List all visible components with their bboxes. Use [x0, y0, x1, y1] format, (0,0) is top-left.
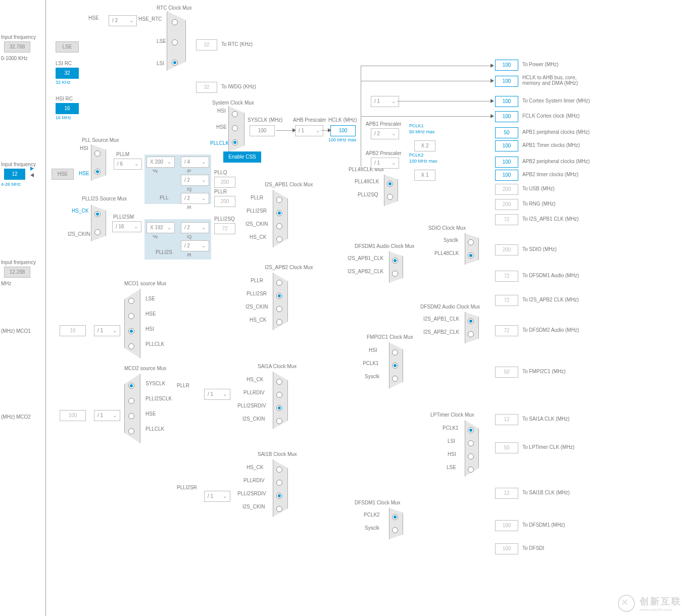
sdio-r0[interactable] [468, 239, 474, 245]
plln[interactable]: X 200 [146, 157, 175, 168]
lptimer-r3[interactable] [468, 467, 474, 473]
hclkb-val[interactable]: 100 [495, 76, 518, 87]
sai1b-r3[interactable] [276, 506, 282, 512]
apb1t-val[interactable]: 100 [495, 140, 518, 151]
dfsdm1a-r0[interactable] [392, 258, 398, 264]
sys-radio-hse[interactable] [232, 125, 238, 131]
hclk-val[interactable]: 100 [330, 125, 356, 136]
i2sapb2-r0[interactable] [276, 280, 282, 286]
sai1a-r3[interactable] [276, 418, 282, 424]
plli2sm-label: PLLI2SM [113, 214, 134, 220]
plli2sm-sel[interactable]: / 16 [112, 221, 141, 232]
apb2p-val[interactable]: 100 [495, 157, 518, 168]
cortex-div[interactable]: / 1 [371, 96, 399, 107]
mco1-r0[interactable] [128, 298, 134, 304]
pllq[interactable]: / 2 [181, 175, 209, 186]
apb2-div[interactable]: / 1 [371, 158, 399, 169]
mco1-r3[interactable] [128, 343, 134, 349]
plli2s-radio-hsck[interactable] [94, 211, 101, 217]
hse-freq[interactable]: 12 [4, 169, 25, 180]
dfsdm1a-mux[interactable] [389, 251, 403, 283]
mco1-r1[interactable] [128, 313, 134, 319]
pllp[interactable]: / 4 [181, 157, 209, 168]
mco1-r2[interactable] [128, 328, 134, 334]
pllr[interactable]: / 2 [181, 193, 209, 204]
plli2sq[interactable]: / 2 [181, 222, 209, 233]
apb2t-val[interactable]: 100 [495, 170, 518, 181]
sdio-r1[interactable] [468, 252, 474, 259]
mco1-val: 16 [60, 325, 86, 336]
fmpi2c-r1[interactable] [392, 363, 398, 369]
sai1a-o1: PLLRDIV [243, 390, 265, 395]
i2sapb1-o0: PLLR [251, 195, 263, 200]
pllm-sel[interactable]: / 6 [114, 159, 142, 170]
hse-arrow1 [30, 167, 34, 171]
plli2s-radio-i2s[interactable] [94, 229, 101, 235]
pll48-mux[interactable] [384, 175, 398, 206]
mco2-r1[interactable] [128, 398, 134, 404]
sai1b-lbl: To SAI1B CLK (MHz) [522, 490, 570, 495]
i2sapb1-r1[interactable] [276, 210, 282, 216]
rtc-radio-hse[interactable] [172, 19, 178, 25]
mco2-r3[interactable] [128, 428, 134, 434]
i2s-freq[interactable]: 12.288 [4, 267, 30, 278]
pllsrc-mux[interactable] [91, 144, 106, 181]
lptimer-r0[interactable] [468, 427, 474, 433]
dfsdm1a-r1[interactable] [392, 271, 398, 277]
sai1b-r2[interactable] [276, 493, 282, 499]
sai1a-r2[interactable] [276, 405, 282, 411]
pclk2-note: 100 MHz max [409, 159, 437, 164]
sai1a-r1[interactable] [276, 392, 282, 398]
sai1b-r0[interactable] [276, 467, 282, 473]
i2sapb2-r2[interactable] [276, 306, 282, 312]
i2sapb2-r3[interactable] [276, 319, 282, 325]
sai1a-r0[interactable] [276, 379, 282, 385]
pll48-r0[interactable] [387, 181, 393, 187]
plli2s-mux[interactable] [91, 205, 106, 241]
enable-css-button[interactable]: Enable CSS [223, 151, 261, 163]
sai1b-r1[interactable] [276, 480, 282, 486]
cortex-val[interactable]: 100 [495, 96, 518, 107]
i2sapb2-r1[interactable] [276, 293, 282, 299]
fmpi2c-r2[interactable] [392, 376, 398, 382]
i2sapb1-r3[interactable] [276, 236, 282, 242]
rtc-hse-div[interactable]: / 2 [109, 15, 137, 26]
sdio-mux[interactable] [465, 233, 479, 265]
ahb-sel[interactable]: / 1 [295, 125, 323, 136]
plli2sq-label: /Q [187, 234, 192, 239]
dfsdm1-r1[interactable] [392, 527, 398, 533]
sai1a-pllr-div[interactable]: / 1 [204, 389, 230, 400]
fclk-val[interactable]: 100 [495, 111, 518, 122]
lptimer-r1[interactable] [468, 440, 474, 446]
power-val[interactable]: 100 [495, 60, 518, 71]
pll48-r1[interactable] [387, 194, 393, 200]
sys-radio-hsi[interactable] [232, 111, 238, 117]
sai1b-plli2sr-div[interactable]: / 1 [204, 491, 230, 502]
apb1-div[interactable]: / 2 [371, 128, 399, 139]
dfsdm1-r0[interactable] [392, 514, 398, 520]
plli2sn[interactable]: X 192 [146, 222, 175, 233]
dfsdm2a-r1[interactable] [468, 331, 474, 337]
i2sapb1-r0[interactable] [276, 197, 282, 203]
plli2sr[interactable]: / 2 [181, 240, 209, 251]
dfsdm1-mux[interactable] [389, 508, 403, 539]
pllsrc-hsi: HSI [80, 145, 88, 151]
apb1p-val[interactable]: 50 [495, 127, 518, 138]
mco2-r2[interactable] [128, 413, 134, 419]
pllsrc-radio-hsi[interactable] [94, 150, 101, 157]
mco2-div[interactable]: / 1 [94, 410, 120, 421]
i2sapb1-r2[interactable] [276, 223, 282, 229]
lptimer-r2[interactable] [468, 453, 474, 459]
mco1-div[interactable]: / 1 [94, 325, 120, 336]
i2sapb2-o1: PLLI2SR [247, 291, 267, 296]
rtc-radio-lsi[interactable] [172, 60, 178, 66]
lse-freq[interactable]: 32.768 [4, 41, 30, 53]
sysclk-val: 100 [250, 125, 275, 136]
pllsrc-radio-hse[interactable] [94, 169, 101, 175]
dfsdm2a-mux[interactable] [465, 312, 479, 343]
sys-radio-pllclk[interactable] [232, 139, 238, 145]
fmpi2c-r0[interactable] [392, 349, 398, 355]
mco2-r0[interactable] [128, 383, 134, 389]
dfsdm2a-r0[interactable] [468, 318, 474, 324]
rtc-radio-lse[interactable] [172, 39, 178, 45]
